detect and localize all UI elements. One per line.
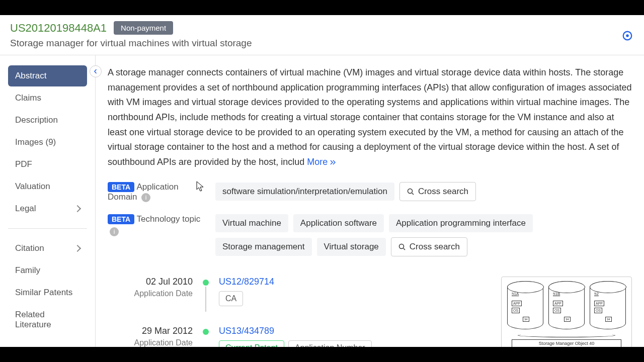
info-icon[interactable]: i [141,193,150,202]
beta-badge: BETA [108,214,134,224]
cross-search-button[interactable]: Cross search [399,182,476,201]
technology-topic-row: BETA Technology topic i Virtual machineA… [108,214,632,256]
header: US20120198448A1 Non-payment Storage mana… [0,15,644,55]
nav-item[interactable]: Valuation [8,176,87,197]
nav-item[interactable]: Abstract [8,65,87,86]
patent-id: US20120198448A1 [10,22,107,35]
tag[interactable]: Virtual machine [215,214,288,232]
more-link[interactable]: More [307,157,337,167]
logo-icon [622,30,633,41]
timeline-dot [203,329,209,335]
cross-search-button[interactable]: Cross search [391,237,467,256]
search-icon [407,188,414,195]
content-area: A storage manager connects containers of… [96,55,644,362]
info-icon[interactable]: i [110,227,119,236]
nav-item[interactable]: PDF [8,154,87,175]
nav-item[interactable]: Similar Patents [8,282,87,303]
collapse-sidebar-button[interactable] [90,65,102,77]
cylinder-icon: 52APPOS34 [590,281,626,329]
status-badge: Non-payment [114,21,173,35]
tag[interactable]: Application software [293,214,384,232]
tag[interactable]: Virtual storage [317,238,386,256]
timeline-link[interactable]: US13/434789 [219,326,372,336]
beta-badge: BETA [108,182,134,192]
cylinder-icon: 51AAPPOS34 [507,281,543,329]
chevron-right-icon [74,245,81,252]
sidebar: AbstractClaimsDescriptionImages (9)PDFVa… [0,55,96,362]
nav-item[interactable]: Description [8,110,87,131]
svg-point-1 [626,34,629,37]
svg-point-4 [399,244,404,248]
chevron-right-icon [74,205,81,212]
cylinder-icon: 51BAPPOS34 [548,281,585,329]
nav-item[interactable]: Legal [8,198,87,219]
abstract-text: A storage manager connects containers of… [108,65,632,170]
mini-badge: CA [219,291,243,306]
application-domain-row: BETA Application Domain i software simul… [108,182,632,202]
timeline-item: 02 Jul 2010Application DateUS12/829714CA [108,277,491,312]
tag[interactable]: software simulation/interpretation/emula… [215,183,394,201]
search-icon [398,243,406,250]
bottom-bar [0,347,644,362]
timeline-dot [203,280,209,286]
sidebar-divider [8,228,87,229]
nav-item[interactable]: Images (9) [8,132,87,153]
timeline-sublabel: Application Date [108,289,193,298]
svg-point-2 [408,189,412,193]
svg-line-5 [404,248,405,250]
figure-caption: Storage Manager Object 40 [512,339,621,347]
patent-title: Storage manager for virtual machines wit… [10,38,634,49]
tag[interactable]: Application programming interface [389,214,533,232]
timeline-link[interactable]: US12/829714 [219,277,274,287]
top-bar [0,0,644,15]
nav-item[interactable]: Family [8,260,87,281]
svg-line-3 [412,193,414,195]
timeline-date: 02 Jul 2010 [108,277,193,287]
timeline-date: 29 Mar 2012 [108,326,193,336]
timeline-sublabel: Application Date [108,338,193,347]
tag[interactable]: Storage management [215,238,312,256]
nav-item[interactable]: Claims [8,87,87,109]
nav-item[interactable]: Citation [8,238,87,259]
nav-item[interactable]: Related Literature [8,304,87,335]
